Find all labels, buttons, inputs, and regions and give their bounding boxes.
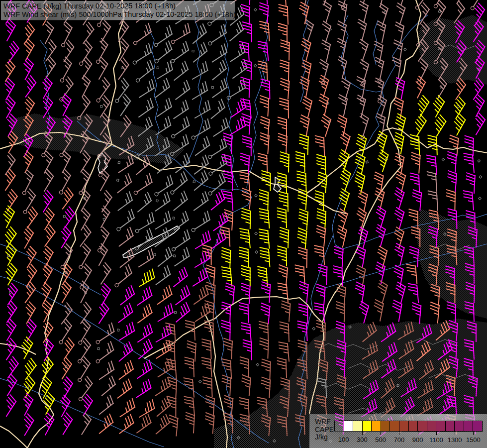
wind-barb [38, 225, 56, 246]
wind-barb [334, 0, 351, 9]
wind-barb [18, 58, 35, 80]
wind-barb [353, 208, 367, 229]
wind-barb [241, 283, 250, 304]
wind-barb [202, 61, 233, 90]
legend-colorbar-cell [409, 421, 418, 431]
wind-barb [316, 1, 339, 31]
wind-barb [17, 23, 36, 44]
wind-barb [191, 303, 212, 321]
wind-barb [375, 3, 389, 25]
colorbar-tick-mark [418, 432, 418, 435]
wind-barb [239, 303, 248, 323]
wind-barb [169, 61, 190, 80]
wind-barb [36, 263, 53, 285]
wind-barb [18, 39, 35, 60]
title-line-cape: WRF CAPE (J/kg) Thursday 02-10-2025 18:0… [3, 2, 232, 10]
wind-barb [115, 399, 137, 417]
wind-barb [298, 209, 308, 229]
wind-barb [132, 379, 153, 397]
wind-barb [169, 267, 190, 286]
wind-barb [168, 415, 178, 436]
wind-barb [354, 19, 367, 41]
wind-barb [110, 265, 135, 288]
wind-barb [318, 264, 327, 285]
wind-barb [354, 246, 366, 267]
legend-colorbar-cell [372, 421, 381, 431]
wind-barb [16, 170, 36, 195]
colorbar-tick-label: 1300 [448, 436, 462, 444]
wind-barb [36, 191, 54, 212]
wind-barb [109, 39, 136, 70]
wind-barb [334, 38, 346, 60]
wind-barb [317, 21, 332, 43]
colorbar-tick-label: 300 [357, 436, 368, 444]
wind-barb [392, 265, 404, 286]
colorbar-tick-mark [455, 432, 455, 435]
wind-barb [373, 224, 386, 246]
wind-barb [37, 170, 55, 191]
title-line-shear: WRF Wind shear (m/s) 500/1000hPa Thursda… [3, 10, 232, 19]
wind-barb [221, 247, 230, 268]
wind-barb [223, 338, 232, 359]
wind-barb [242, 266, 250, 286]
legend-colorbar-cell [473, 421, 482, 431]
wind-barb [393, 0, 407, 4]
wind-barb [315, 191, 324, 211]
wind-barb [0, 301, 18, 323]
wind-barb [153, 286, 174, 304]
cape-colorbar [334, 421, 483, 432]
wind-barb [334, 57, 347, 78]
wind-barb [74, 225, 93, 246]
wind-barb [299, 60, 311, 81]
wind-barb [55, 263, 73, 285]
wind-barb [90, 323, 120, 350]
wind-barb [206, 191, 227, 210]
wind-barb [259, 228, 269, 249]
wind-barb [0, 338, 17, 360]
wind-barb [38, 393, 56, 414]
wind-barb [259, 133, 269, 153]
wind-barb [221, 302, 230, 323]
wind-barb [0, 395, 17, 416]
colorbar-tick-mark [436, 432, 437, 435]
wind-barb [465, 173, 483, 200]
wind-barb [313, 75, 336, 105]
wind-barb [356, 1, 369, 23]
wind-barb [114, 342, 135, 361]
wind-barb [297, 189, 307, 209]
wind-barb [209, 118, 230, 136]
wind-barb [315, 225, 325, 246]
wind-barb [188, 211, 213, 232]
wind-barb [298, 115, 310, 136]
wind-barb [410, 76, 426, 98]
wind-barb [151, 193, 172, 211]
wind-barb [411, 303, 421, 323]
wind-barb [334, 226, 347, 247]
wind-barb [371, 41, 383, 63]
wind-barb [20, 207, 39, 228]
wind-barb [94, 206, 111, 227]
wind-barb [14, 376, 42, 407]
wind-barb [315, 284, 325, 305]
wind-barb [240, 357, 249, 377]
legend-colorbar-cell [436, 421, 446, 431]
wind-barb [167, 23, 193, 44]
wind-barb [278, 133, 287, 154]
wind-barb [334, 246, 343, 267]
wind-barb [226, 43, 247, 61]
wind-barb [35, 283, 52, 304]
wind-barb [72, 264, 99, 295]
wind-barb [55, 303, 74, 324]
colorbar-tick-mark [473, 432, 474, 435]
wind-barb [221, 321, 230, 340]
wind-barb [428, 191, 438, 211]
wind-barb [333, 266, 342, 286]
wind-barb [260, 303, 270, 324]
wind-barb [228, 60, 249, 78]
wind-barb [135, 269, 157, 287]
wind-barb [241, 375, 251, 395]
wind-barb [76, 394, 94, 416]
wind-barb [0, 169, 16, 190]
wind-barb [55, 357, 73, 379]
wind-barb [279, 4, 288, 25]
